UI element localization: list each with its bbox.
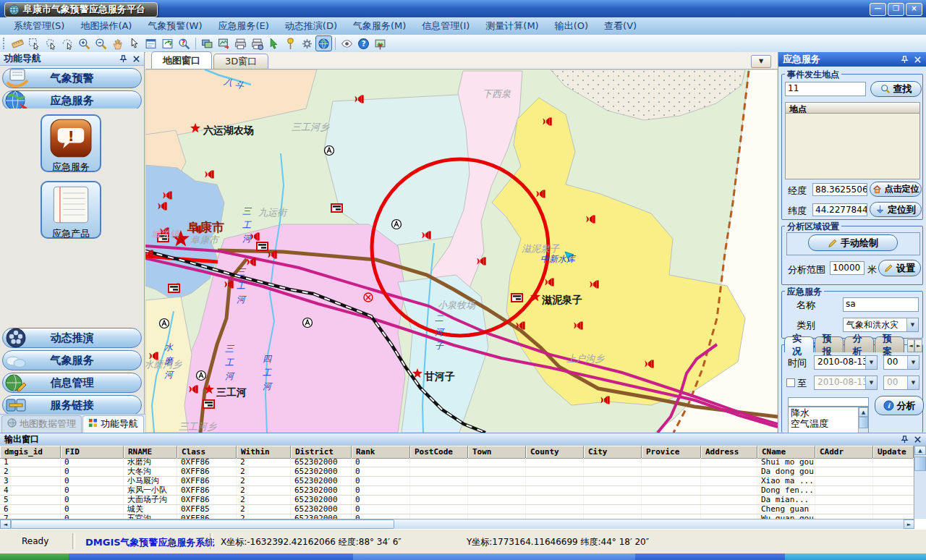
scroll-right-icon[interactable]: ►: [904, 519, 914, 529]
analysis-tab-实况[interactable]: 实况: [784, 336, 814, 352]
pin-icon[interactable]: [901, 436, 909, 444]
hour-select[interactable]: 00▼: [883, 355, 919, 370]
minimize-button[interactable]: —: [870, 3, 886, 16]
close-button[interactable]: ×: [906, 3, 922, 16]
export-map-icon[interactable]: [216, 35, 232, 51]
menu-item-7[interactable]: 信息管理(I): [414, 18, 477, 34]
element-selected-box[interactable]: [788, 397, 869, 407]
column-header-PostCode[interactable]: PostCode: [410, 446, 468, 458]
measure-icon[interactable]: [9, 35, 26, 51]
column-header-Within[interactable]: Within: [237, 446, 291, 458]
scroll-up-icon[interactable]: ▲: [914, 446, 926, 455]
column-header-Address[interactable]: Address: [701, 446, 757, 458]
scrollbar-thumb[interactable]: [11, 519, 394, 529]
station-marker[interactable]: [197, 371, 206, 381]
help-icon[interactable]: ?: [355, 35, 372, 51]
pointer-icon[interactable]: [126, 35, 143, 51]
column-header-dmgis_id[interactable]: dmgis_id: [0, 446, 61, 458]
pin-icon[interactable]: [901, 56, 909, 64]
select-free-icon[interactable]: [59, 35, 76, 51]
map-canvas[interactable]: 三工河乡下西泉九运街小泉牧场上户沟乡水磨沟乡三工河乡滋泥泉子阜康市城关镇六运湖农…: [145, 69, 778, 433]
column-header-RNAME[interactable]: RNAME: [124, 446, 177, 458]
chevron-down-icon[interactable]: ▼: [906, 318, 918, 331]
layers-icon[interactable]: [199, 35, 216, 51]
element-listbox[interactable]: 降水空气温度 ▲: [788, 407, 869, 433]
close-icon[interactable]: [914, 56, 922, 64]
menu-item-6[interactable]: 气象服务(M): [345, 18, 414, 34]
range-input[interactable]: 10000: [830, 261, 865, 275]
column-header-County[interactable]: County: [526, 446, 584, 458]
flag-marker[interactable]: [331, 204, 342, 212]
full-extent-icon[interactable]: [143, 35, 159, 51]
left-tab-地图数据管理[interactable]: 地图数据管理: [1, 415, 82, 433]
pointer-green-icon[interactable]: [266, 35, 282, 51]
chevron-down-icon[interactable]: ▼: [865, 376, 877, 389]
list-item[interactable]: 降水: [789, 407, 859, 418]
nav-button-气象服务[interactable]: 气象服务: [2, 350, 142, 370]
column-header-District[interactable]: District: [291, 446, 352, 458]
location-list[interactable]: [785, 113, 920, 179]
listbox-scrollbar[interactable]: ▲: [858, 407, 868, 433]
flag-marker[interactable]: [511, 294, 522, 302]
location-search-input[interactable]: 11: [785, 82, 866, 96]
restore-button[interactable]: ❐: [888, 3, 904, 16]
output-horizontal-scrollbar[interactable]: ◄ ►: [0, 519, 914, 530]
flag-marker[interactable]: [169, 284, 179, 292]
analysis-tab-分析[interactable]: 分析: [844, 336, 874, 352]
flag-marker[interactable]: [257, 242, 268, 250]
chevron-down-icon[interactable]: ▼: [907, 356, 919, 369]
refresh-icon[interactable]: [159, 35, 176, 51]
globe-icon[interactable]: [315, 35, 332, 51]
tab-scroll-right-icon[interactable]: ►: [914, 339, 922, 352]
list-item[interactable]: 空气温度: [789, 418, 859, 429]
menu-item-10[interactable]: 查看(V): [596, 18, 645, 34]
station-marker[interactable]: [160, 319, 169, 328]
settings-icon[interactable]: [299, 35, 315, 51]
find-button[interactable]: 查找: [870, 81, 922, 97]
chevron-down-icon[interactable]: ▼: [865, 356, 877, 369]
date2-select[interactable]: 2010-08-13▼: [814, 376, 878, 390]
click-locate-button[interactable]: 点击定位: [870, 182, 922, 197]
close-icon[interactable]: [132, 55, 140, 63]
station-marker[interactable]: [392, 220, 402, 229]
shortcut-button-应急产品[interactable]: 应急产品: [41, 181, 101, 239]
analyze-button[interactable]: i 分析: [875, 396, 924, 415]
scroll-up-icon[interactable]: ▲: [859, 407, 868, 417]
nav-button-气象预警[interactable]: 气象预警: [2, 68, 142, 88]
column-header-Update[interactable]: Update: [873, 446, 914, 458]
table-row[interactable]: 30小马厩沟0XFF8626523020000Xiao ma ...: [0, 477, 914, 486]
nav-button-动态推演[interactable]: 动态推演: [2, 328, 142, 348]
column-header-Class[interactable]: Class: [177, 446, 237, 458]
station-marker[interactable]: [325, 146, 334, 156]
close-icon[interactable]: [914, 436, 922, 444]
table-row[interactable]: 40东风一小队0XFF8626523020000Dong fen...: [0, 486, 914, 496]
column-header-FID[interactable]: FID: [61, 446, 124, 458]
station-marker[interactable]: [303, 318, 313, 328]
analysis-tab-预案[interactable]: 预案: [875, 336, 904, 352]
table-row[interactable]: 50大面场子沟0XFF8626523020000Da mian...: [0, 496, 914, 505]
menu-item-8[interactable]: 测量计算(M): [477, 18, 546, 34]
column-header-Provice[interactable]: Provice: [642, 446, 701, 458]
pan-icon[interactable]: [109, 35, 126, 51]
shortcut-button-应急服务[interactable]: !应急服务: [41, 114, 101, 172]
column-header-CName[interactable]: CName: [757, 446, 815, 458]
eye-icon[interactable]: [339, 35, 355, 51]
to-checkbox[interactable]: [786, 378, 795, 387]
tab-scroll-left-icon[interactable]: ◄: [907, 339, 915, 352]
set-button[interactable]: 设置: [878, 260, 921, 276]
locate-to-button[interactable]: 定位到: [870, 202, 922, 217]
menu-item-1[interactable]: 系统管理(S): [6, 18, 72, 34]
service-name-input[interactable]: sa: [843, 297, 919, 312]
print-icon[interactable]: [232, 35, 249, 51]
chevron-down-icon[interactable]: ▼: [907, 376, 919, 389]
manual-draw-button[interactable]: 手动绘制: [808, 234, 898, 251]
print-setup-icon[interactable]: [249, 35, 266, 51]
analysis-tab-预报[interactable]: 预报: [815, 336, 844, 352]
toolbar-grip[interactable]: [3, 38, 7, 49]
latitude-input[interactable]: 44.2277844: [812, 203, 867, 216]
output-vertical-scrollbar[interactable]: ▲: [914, 446, 926, 519]
select-polygon-icon[interactable]: [43, 35, 59, 51]
longitude-input[interactable]: 88.3625506: [812, 183, 867, 196]
table-row[interactable]: 10水磨沟0XFF8626523020000Shui mo gou: [0, 458, 914, 467]
scroll-left-icon[interactable]: ◄: [0, 519, 11, 529]
